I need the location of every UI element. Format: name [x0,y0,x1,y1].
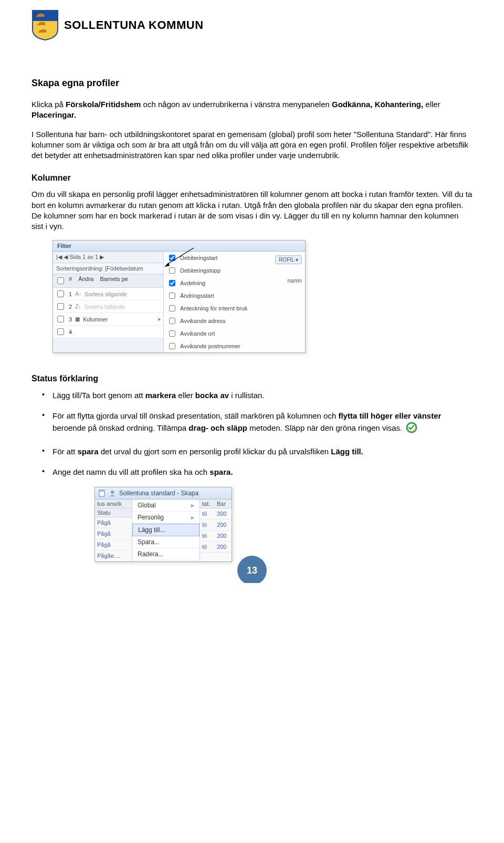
user-icon [109,490,116,497]
bullet-item: Lägg till/Ta bort genom att markera elle… [52,390,472,401]
columns-screenshot: Filter ROFIL ▾ namn |◀ ◀ Sida 1 av 1 ▶ S… [52,240,306,353]
row-checkbox[interactable] [57,303,64,310]
sort-asc-menu[interactable]: Sortera stigande [85,291,127,297]
data-row: Pågåe.... [95,550,132,561]
column-checkbox[interactable] [169,293,175,299]
sort-desc-icon: Z↓ [75,304,81,309]
document-icon [98,490,106,497]
data-row: Pågå [95,517,132,528]
columns-menu[interactable]: Kolumner [83,316,108,322]
menu-item-lagg-till[interactable]: Lägg till... [132,524,200,536]
page-number-badge: 13 [237,556,267,583]
data-row: tö200 [200,530,232,542]
intro-paragraph-2: I Sollentuna har barn- och utbildningsko… [32,129,472,161]
chevron-right-icon: ▸ [191,514,194,521]
data-row: tö200 [200,508,232,519]
subheading-status: Status förklaring [32,374,472,383]
grid-row: 4 [53,326,163,338]
intro-paragraph-1: Klicka på Förskola/Fritidshem och någon … [32,99,472,121]
document-page: SOLLENTUNA KOMMUN Skapa egna profiler Kl… [0,0,504,583]
municipality-crest-icon [32,9,59,41]
profile-menu-screenshot: Sollentuna standard - Skapa tus ansök St… [94,487,232,562]
grid-header: # Ändra Barnets pe [53,274,163,288]
column-checkbox[interactable] [169,330,175,337]
column-checkbox[interactable] [169,267,175,274]
filter-bar: Filter [53,241,305,252]
column-checkbox[interactable] [169,305,175,311]
column-option[interactable]: Avdelning [164,277,305,289]
menu-item-radera[interactable]: Radera... [132,548,200,560]
org-name: SOLLENTUNA KOMMUN [64,18,204,32]
bullet-item: För att spara det urval du gjort som en … [52,446,472,457]
columns-icon: ▦ [75,316,80,322]
bullet-item: För att flytta gjorda urval till önskad … [52,410,472,436]
select-all-checkbox[interactable] [57,277,64,284]
column-option[interactable]: Avvikande postnummer [164,340,305,352]
grid-left-pane: |◀ ◀ Sida 1 av 1 ▶ Sorteringsordning: [F… [53,252,164,352]
menu-item-personlig[interactable]: Personlig▸ [132,512,200,524]
row-checkbox[interactable] [57,328,64,335]
letterhead: SOLLENTUNA KOMMUN [32,9,472,41]
chevron-right-icon: ▸ [191,502,194,509]
status-bullet-list: Lägg till/Ta bort genom att markera elle… [32,390,472,477]
svg-point-5 [111,491,114,494]
column-checkbox[interactable] [169,343,175,349]
columns-submenu: Debiteringstart Debiteringstopp Avdelnin… [164,252,305,352]
column-option[interactable]: Anteckning för internt bruk [164,302,305,315]
bullet-item: Ange det namn du vill att profilen ska h… [52,466,472,477]
profile-dropdown-menu: Global▸ Personlig▸ Lägg till... Spara...… [132,499,200,561]
grid-row: 1A↓Sortera stigande [53,288,163,300]
subheading-kolumner: Kolumner [32,173,472,183]
column-option[interactable]: Avvikande adress [164,315,305,327]
data-row: Pågå [95,539,132,550]
column-option[interactable]: Avvikande ort [164,327,305,340]
pager[interactable]: |◀ ◀ Sida 1 av 1 ▶ [53,252,163,263]
data-row: tö200 [200,542,232,553]
profile-bar[interactable]: Sollentuna standard - Skapa [95,487,232,499]
page-title: Skapa egna profiler [32,78,472,89]
menu-item-spara[interactable]: Spara... [132,536,200,548]
grid-fragment-right: tat.Bar tö200 tö200 tö200 tö200 [200,499,232,561]
column-checkbox[interactable] [169,280,175,286]
grid-fragment: tus ansök Statu Pågå Pågå Pågå Pågåe.... [95,499,132,561]
chevron-right-icon: ▸ [158,316,161,322]
svg-rect-4 [99,490,104,492]
row-checkbox[interactable] [57,290,64,297]
column-checkbox[interactable] [169,255,175,261]
kolumner-paragraph: Om du vill skapa en personlig profil läg… [32,189,472,232]
column-header-namn: namn [287,277,302,284]
sort-asc-icon: A↓ [75,291,81,297]
profile-name-label: Sollentuna standard - Skapa [119,490,198,497]
column-option[interactable]: Debiteringstopp [164,264,305,277]
sort-desc-menu[interactable]: Sortera fallande [84,304,125,310]
sort-row[interactable]: Sorteringsordning: [Födelsedatum [53,263,163,274]
data-row: tö200 [200,519,232,530]
column-option[interactable]: Ändringsstart [164,289,305,302]
column-checkbox[interactable] [169,318,175,324]
grid-row: 3▦Kolumner▸ [53,313,163,326]
row-checkbox[interactable] [57,316,64,322]
green-ring-icon [405,421,418,436]
profile-dropdown[interactable]: ROFIL ▾ [275,255,302,264]
grid-row: 2Z↓Sortera fallande [53,300,163,313]
data-row: Pågå [95,528,132,539]
menu-item-global[interactable]: Global▸ [132,499,200,512]
